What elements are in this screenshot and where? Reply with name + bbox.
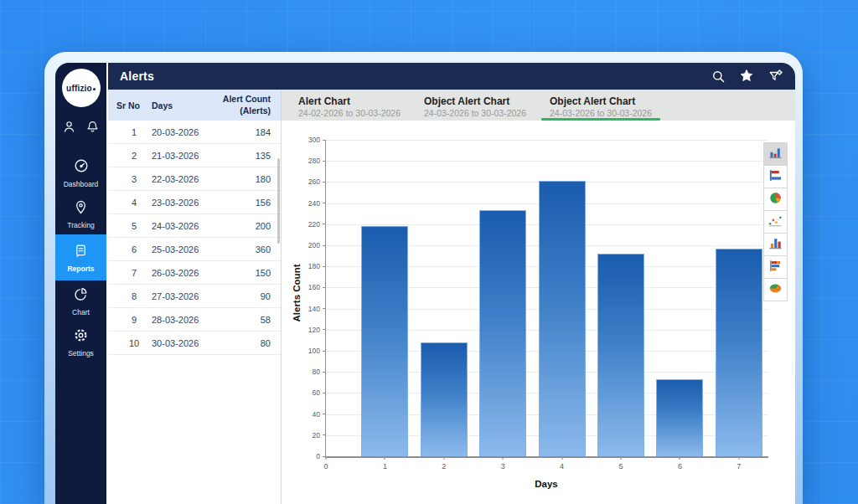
x-axis-tick: 4 bbox=[560, 456, 564, 471]
y-tick-label: 0 bbox=[316, 452, 320, 460]
page-header: Alerts bbox=[108, 63, 795, 90]
x-axis-tick: 1 bbox=[383, 456, 387, 471]
table-row[interactable]: 928-03-202658 bbox=[108, 308, 281, 332]
row-alert-count: 360 bbox=[209, 244, 271, 255]
chart-type-hbar-chart-button[interactable] bbox=[763, 165, 788, 188]
favorite-icon[interactable] bbox=[739, 69, 754, 84]
chart-type-scatter-chart-button[interactable] bbox=[763, 210, 788, 234]
chart-type-donut-chart-button[interactable] bbox=[763, 278, 788, 301]
y-axis-tick: 220 bbox=[308, 220, 326, 229]
sidebar-item-reports[interactable]: Reports bbox=[55, 234, 106, 280]
y-axis-tick: 40 bbox=[313, 410, 326, 419]
y-axis-tick: 80 bbox=[313, 368, 326, 376]
app-window: uffizio DashboardTrackingReportsChartSet… bbox=[44, 52, 803, 504]
sidebar-item-settings[interactable]: Settings bbox=[55, 321, 106, 363]
table-header-row: Sr No Days Alert Count (Alerts) bbox=[108, 90, 281, 121]
table-scrollbar-thumb[interactable] bbox=[277, 158, 280, 244]
table-row[interactable]: 1030-03-202680 bbox=[108, 332, 281, 355]
app-logo-text: uffizio bbox=[66, 84, 92, 93]
bar-day-4 bbox=[539, 181, 586, 456]
bar-day-5 bbox=[597, 254, 644, 456]
y-tick-mark bbox=[323, 329, 326, 330]
y-tick-mark bbox=[323, 161, 326, 162]
table-row[interactable]: 827-03-202690 bbox=[108, 285, 281, 308]
row-alert-count: 156 bbox=[209, 198, 271, 208]
x-tick-label: 4 bbox=[560, 462, 564, 471]
y-axis-tick: 240 bbox=[308, 199, 326, 208]
column-header-srno: Sr No bbox=[116, 100, 152, 111]
notifications-icon[interactable] bbox=[85, 120, 100, 134]
column-header-alert-count: Alert Count (Alerts) bbox=[209, 94, 271, 116]
chart-tab-1[interactable]: Alert Chart24-02-2026 to 30-03-2026 bbox=[287, 90, 412, 121]
x-tick-label: 6 bbox=[678, 462, 682, 471]
sidebar-item-label: Reports bbox=[67, 265, 94, 273]
sidebar-item-dashboard[interactable]: Dashboard bbox=[55, 152, 106, 193]
bar-day-2 bbox=[421, 342, 468, 456]
x-tick-mark bbox=[503, 456, 504, 460]
row-days: 25-03-2026 bbox=[152, 244, 209, 255]
y-tick-label: 280 bbox=[308, 157, 320, 165]
chart-type-column-chart-button[interactable] bbox=[763, 142, 788, 166]
scatter-chart-icon bbox=[768, 213, 783, 231]
y-axis-tick: 160 bbox=[308, 283, 326, 291]
chart-type-column-chart-alt-button[interactable] bbox=[763, 233, 788, 256]
table-row[interactable]: 322-03-2026180 bbox=[108, 167, 281, 191]
table-row[interactable]: 120-03-2026184 bbox=[108, 121, 281, 144]
column-chart-icon bbox=[768, 146, 783, 163]
sidebar-item-label: Settings bbox=[68, 349, 94, 357]
chart-type-toolbar bbox=[763, 142, 788, 301]
grid-line bbox=[326, 161, 768, 162]
row-srno: 10 bbox=[116, 338, 152, 348]
row-alert-count: 80 bbox=[209, 338, 271, 348]
table-body: 120-03-2026184221-03-2026135322-03-20261… bbox=[108, 121, 281, 355]
chart-type-pie-chart-button[interactable] bbox=[763, 188, 788, 211]
row-days: 22-03-2026 bbox=[152, 174, 209, 184]
row-srno: 2 bbox=[116, 151, 152, 161]
table-row[interactable]: 625-03-2026360 bbox=[108, 238, 281, 261]
x-tick-label: 1 bbox=[383, 462, 387, 471]
table-row[interactable]: 221-03-2026135 bbox=[108, 144, 281, 167]
search-icon[interactable] bbox=[711, 69, 726, 84]
x-tick-mark bbox=[325, 456, 326, 460]
y-tick-mark bbox=[323, 351, 326, 352]
chart-tab-2[interactable]: Object Alert Chart24-03-2026 to 30-03-20… bbox=[412, 90, 538, 121]
app-window-content: uffizio DashboardTrackingReportsChartSet… bbox=[55, 63, 795, 504]
x-tick-label: 3 bbox=[501, 462, 505, 471]
sidebar-nav: DashboardTrackingReportsChartSettings bbox=[55, 152, 106, 363]
row-days: 27-03-2026 bbox=[152, 291, 209, 301]
y-axis-tick: 100 bbox=[308, 347, 326, 355]
row-alert-count: 184 bbox=[209, 127, 271, 137]
filter-settings-icon[interactable] bbox=[768, 69, 783, 84]
table-row[interactable]: 524-03-2026200 bbox=[108, 214, 281, 238]
y-tick-label: 300 bbox=[308, 136, 320, 144]
sidebar-item-chart[interactable]: Chart bbox=[55, 280, 106, 321]
y-tick-label: 220 bbox=[308, 220, 320, 229]
chart-region: Alerts Count 020406080100120140160180200… bbox=[282, 121, 795, 504]
y-tick-label: 60 bbox=[313, 388, 320, 397]
x-tick-label: 5 bbox=[618, 462, 623, 471]
chart-type-stacked-bar-button[interactable] bbox=[763, 255, 788, 279]
table-row[interactable]: 726-03-2026150 bbox=[108, 261, 281, 285]
y-tick-label: 180 bbox=[308, 262, 320, 270]
y-tick-mark bbox=[323, 435, 326, 435]
row-days: 23-03-2026 bbox=[152, 198, 209, 208]
x-tick-mark bbox=[443, 456, 444, 460]
y-tick-label: 20 bbox=[313, 431, 320, 440]
tracking-icon bbox=[73, 199, 89, 219]
table-row[interactable]: 423-03-2026156 bbox=[108, 191, 281, 214]
row-days: 24-03-2026 bbox=[152, 221, 209, 231]
y-tick-mark bbox=[323, 140, 326, 141]
y-tick-mark bbox=[323, 245, 326, 246]
row-alert-count: 180 bbox=[209, 174, 271, 184]
row-srno: 6 bbox=[116, 244, 152, 255]
sidebar-item-label: Tracking bbox=[67, 221, 94, 229]
sidebar-item-tracking[interactable]: Tracking bbox=[55, 193, 106, 234]
y-tick-mark bbox=[323, 287, 326, 288]
y-tick-label: 140 bbox=[308, 305, 320, 313]
bar-day-6 bbox=[656, 379, 703, 456]
x-tick-label: 7 bbox=[737, 462, 741, 471]
bar-chart-plot: 0204060801001201401601802002202402602803… bbox=[325, 140, 768, 458]
user-icon[interactable] bbox=[62, 120, 76, 134]
y-axis-label: Alerts Count bbox=[292, 251, 302, 335]
chart-tab-3[interactable]: Object Alert Chart24-03-2026 to 30-03-20… bbox=[538, 90, 664, 121]
